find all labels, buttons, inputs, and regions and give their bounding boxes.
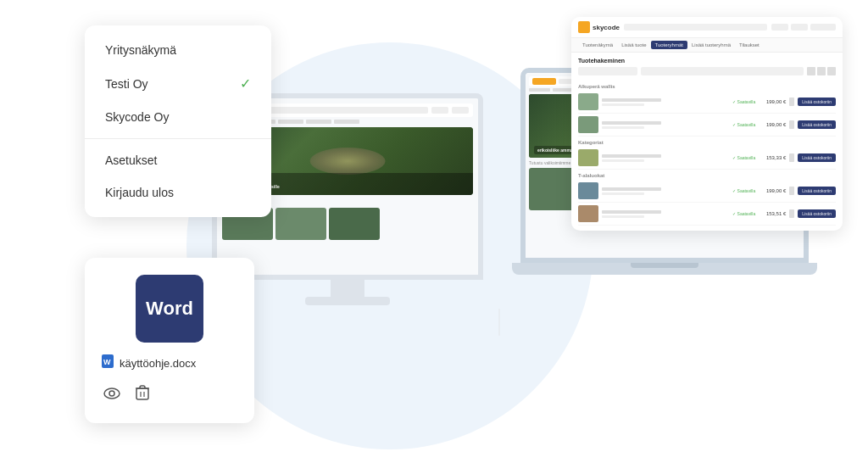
sc-thumb-3 bbox=[329, 208, 380, 240]
product-status: ✓ Saatavilla bbox=[732, 99, 755, 104]
word-filename-row: W käyttöohje.docx bbox=[102, 354, 196, 371]
table-row: ✓ Saatavilla 153,51 € Lisää ostokoriin bbox=[578, 203, 836, 226]
monitor-base bbox=[305, 297, 390, 305]
dropdown-label: Kirjaudu ulos bbox=[105, 186, 174, 199]
product-sub bbox=[602, 103, 644, 106]
admin-topbar: skycode bbox=[571, 17, 843, 38]
table-row: ✓ Saatavilla 153,33 € Lisää ostokoriin bbox=[578, 147, 836, 170]
product-thumbnail bbox=[578, 93, 598, 110]
admin-view-icons bbox=[807, 67, 836, 75]
admin-search-bar bbox=[624, 24, 767, 31]
admin-tab-lisaa-ryhma[interactable]: Lisää tuoteryhmä bbox=[687, 41, 735, 49]
product-info bbox=[602, 154, 729, 162]
admin-tab-tilaukset[interactable]: Tilaukset bbox=[735, 41, 764, 49]
laptop-notch bbox=[631, 263, 698, 268]
checkmark-icon: ✓ bbox=[240, 75, 251, 92]
dropdown-menu: Yritysnäkymä Testi Oy ✓ Skycode Oy Asetu… bbox=[85, 25, 271, 217]
product-status: ✓ Saatavilla bbox=[732, 155, 755, 160]
table-row: ✓ Saatavilla 199,00 € Lisää ostokoriin bbox=[578, 114, 836, 137]
dropdown-item-skycode-oy[interactable]: Skycode Oy bbox=[85, 101, 271, 133]
dropdown-item-yritysnakyma[interactable]: Yritysnäkymä bbox=[85, 34, 271, 66]
filename-text: käyttöohje.docx bbox=[120, 357, 196, 370]
product-thumbnail bbox=[578, 205, 598, 222]
dropdown-item-testi-oy[interactable]: Testi Oy ✓ bbox=[85, 66, 271, 101]
svg-text:W: W bbox=[103, 358, 111, 366]
category-label-1: Alkuperä wallis bbox=[578, 81, 836, 91]
product-sub bbox=[602, 126, 644, 129]
admin-section-title: Tuotehakeminen bbox=[578, 58, 836, 64]
product-sub bbox=[602, 159, 644, 162]
dropdown-label: Asetukset bbox=[105, 153, 157, 167]
monitor-mouse bbox=[498, 309, 500, 336]
admin-logo-text: skycode bbox=[593, 24, 620, 31]
ls-logo bbox=[532, 78, 556, 85]
product-info bbox=[602, 121, 729, 129]
product-info bbox=[602, 98, 729, 106]
category-label-3: T-alaluokat bbox=[578, 170, 836, 180]
sc-thumb-2 bbox=[275, 208, 326, 240]
dropdown-item-asetukset[interactable]: Asetukset bbox=[85, 144, 271, 176]
product-name bbox=[602, 121, 661, 125]
svg-point-2 bbox=[104, 388, 120, 399]
laptop-base bbox=[512, 263, 817, 275]
add-to-cart-button[interactable]: Lisää ostokoriin bbox=[798, 120, 836, 129]
word-icon-text: Word bbox=[146, 298, 193, 320]
list-view-icon[interactable] bbox=[817, 67, 826, 75]
product-info bbox=[602, 187, 729, 195]
product-sub bbox=[602, 192, 644, 195]
dropdown-label: Skycode Oy bbox=[105, 110, 169, 124]
add-to-cart-button[interactable]: Lisää ostokoriin bbox=[798, 187, 836, 195]
product-name bbox=[602, 187, 661, 191]
add-to-cart-button[interactable]: Lisää ostokoriin bbox=[798, 98, 836, 106]
dropdown-divider bbox=[85, 138, 271, 139]
word-file-card: Word W käyttöohje.docx bbox=[85, 258, 254, 423]
product-name bbox=[602, 210, 661, 214]
product-status: ✓ Saatavilla bbox=[732, 211, 755, 216]
delete-file-button[interactable] bbox=[134, 383, 151, 406]
monitor-neck bbox=[331, 280, 364, 297]
admin-tab-lisaa[interactable]: Lisää tuote bbox=[617, 41, 650, 49]
sc-search bbox=[257, 107, 428, 114]
product-status: ✓ Saatavilla bbox=[732, 188, 755, 193]
svg-rect-4 bbox=[136, 388, 148, 399]
svg-point-3 bbox=[109, 391, 114, 396]
product-thumbnail bbox=[578, 149, 598, 166]
dropdown-label: Testi Oy bbox=[105, 77, 148, 91]
admin-logo-icon bbox=[578, 21, 590, 33]
product-price: 199,00 € bbox=[759, 99, 786, 104]
admin-nav-tabs: Tuotenäkymä Lisää tuote Tuoteryhmät Lisä… bbox=[571, 38, 843, 53]
product-thumbnail bbox=[578, 116, 598, 133]
table-row: ✓ Saatavilla 199,00 € Lisää ostokoriin bbox=[578, 180, 836, 203]
product-sub bbox=[602, 215, 644, 218]
category-label-2: Kategoriat bbox=[578, 137, 836, 147]
admin-search-input[interactable] bbox=[641, 67, 804, 75]
product-price: 153,33 € bbox=[759, 155, 786, 160]
dropdown-item-kirjaudu-ulos[interactable]: Kirjaudu ulos bbox=[85, 176, 271, 209]
view-file-button[interactable] bbox=[102, 383, 122, 406]
product-name bbox=[602, 154, 661, 158]
product-status: ✓ Saatavilla bbox=[732, 122, 755, 127]
product-name bbox=[602, 98, 661, 102]
admin-tab-tuotenakyma[interactable]: Tuotenäkymä bbox=[578, 41, 617, 49]
filter-icon[interactable] bbox=[827, 67, 836, 75]
word-action-buttons bbox=[102, 383, 151, 406]
grid-view-icon[interactable] bbox=[807, 67, 815, 75]
product-info bbox=[602, 210, 729, 218]
admin-panel: skycode Tuotenäkymä Lisää tuote Tuoteryh… bbox=[571, 17, 843, 231]
dropdown-label: Yritysnäkymä bbox=[105, 43, 176, 57]
admin-filters bbox=[578, 67, 836, 75]
admin-filter-select[interactable] bbox=[578, 67, 637, 75]
add-to-cart-button[interactable]: Lisää ostokoriin bbox=[798, 153, 836, 162]
admin-body: Tuotehakeminen Alkuperä wallis ✓ Saatavi… bbox=[571, 53, 843, 231]
add-to-cart-button[interactable]: Lisää ostokoriin bbox=[798, 209, 836, 218]
table-row: ✓ Saatavilla 199,00 € Lisää ostokoriin bbox=[578, 91, 836, 114]
admin-logo: skycode bbox=[578, 21, 620, 33]
product-price: 199,00 € bbox=[759, 122, 786, 127]
admin-tab-tuoteryhmat[interactable]: Tuoteryhmät bbox=[651, 41, 687, 49]
product-price: 199,00 € bbox=[759, 188, 786, 193]
word-icon-box: Word bbox=[136, 275, 203, 343]
word-file-icon: W bbox=[102, 354, 114, 371]
product-price: 153,51 € bbox=[759, 211, 786, 216]
product-thumbnail bbox=[578, 182, 598, 199]
